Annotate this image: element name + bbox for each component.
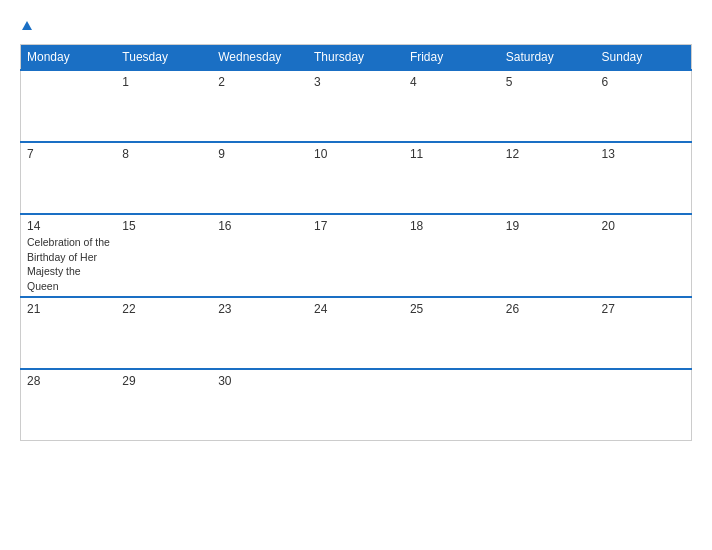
day-number: 28 <box>27 374 110 388</box>
weekday-header-wednesday: Wednesday <box>212 45 308 71</box>
weekday-header-tuesday: Tuesday <box>116 45 212 71</box>
calendar-cell: 4 <box>404 70 500 142</box>
calendar-cell: 18 <box>404 214 500 297</box>
calendar-cell <box>404 369 500 441</box>
calendar-cell: 17 <box>308 214 404 297</box>
event-label: Celebration of the Birthday of Her Majes… <box>27 236 110 292</box>
day-number: 19 <box>506 219 590 233</box>
calendar-cell: 14Celebration of the Birthday of Her Maj… <box>21 214 117 297</box>
day-number: 22 <box>122 302 206 316</box>
day-number: 3 <box>314 75 398 89</box>
calendar-page: MondayTuesdayWednesdayThursdayFridaySatu… <box>0 0 712 550</box>
calendar-cell: 7 <box>21 142 117 214</box>
calendar-cell <box>596 369 692 441</box>
calendar-cell: 11 <box>404 142 500 214</box>
header <box>20 18 692 34</box>
calendar-cell: 23 <box>212 297 308 369</box>
day-number: 14 <box>27 219 110 233</box>
week-row-5: 282930 <box>21 369 692 441</box>
day-number: 17 <box>314 219 398 233</box>
day-number: 29 <box>122 374 206 388</box>
calendar-cell: 27 <box>596 297 692 369</box>
weekday-header-friday: Friday <box>404 45 500 71</box>
calendar-cell: 28 <box>21 369 117 441</box>
day-number: 25 <box>410 302 494 316</box>
calendar-cell: 2 <box>212 70 308 142</box>
day-number: 2 <box>218 75 302 89</box>
day-number: 26 <box>506 302 590 316</box>
weekday-header-sunday: Sunday <box>596 45 692 71</box>
day-number: 18 <box>410 219 494 233</box>
day-number: 24 <box>314 302 398 316</box>
logo-triangle-icon <box>22 21 32 30</box>
day-number: 20 <box>602 219 685 233</box>
calendar-cell: 1 <box>116 70 212 142</box>
calendar-cell: 29 <box>116 369 212 441</box>
day-number: 11 <box>410 147 494 161</box>
weekday-header-monday: Monday <box>21 45 117 71</box>
logo-blue-text <box>20 18 32 34</box>
calendar-cell <box>21 70 117 142</box>
calendar-cell: 12 <box>500 142 596 214</box>
calendar-cell: 22 <box>116 297 212 369</box>
day-number: 27 <box>602 302 685 316</box>
day-number: 7 <box>27 147 110 161</box>
day-number: 5 <box>506 75 590 89</box>
calendar-cell: 25 <box>404 297 500 369</box>
week-row-3: 14Celebration of the Birthday of Her Maj… <box>21 214 692 297</box>
day-number: 8 <box>122 147 206 161</box>
day-number: 1 <box>122 75 206 89</box>
calendar-cell: 6 <box>596 70 692 142</box>
calendar-cell <box>308 369 404 441</box>
day-number: 12 <box>506 147 590 161</box>
calendar-cell: 15 <box>116 214 212 297</box>
day-number: 10 <box>314 147 398 161</box>
day-number: 30 <box>218 374 302 388</box>
calendar-cell <box>500 369 596 441</box>
week-row-2: 78910111213 <box>21 142 692 214</box>
calendar-cell: 19 <box>500 214 596 297</box>
weekday-header-saturday: Saturday <box>500 45 596 71</box>
day-number: 4 <box>410 75 494 89</box>
day-number: 15 <box>122 219 206 233</box>
calendar-cell: 10 <box>308 142 404 214</box>
day-number: 9 <box>218 147 302 161</box>
calendar-cell: 16 <box>212 214 308 297</box>
calendar-cell: 24 <box>308 297 404 369</box>
week-row-4: 21222324252627 <box>21 297 692 369</box>
logo <box>20 18 32 34</box>
day-number: 13 <box>602 147 685 161</box>
day-number: 21 <box>27 302 110 316</box>
calendar-table: MondayTuesdayWednesdayThursdayFridaySatu… <box>20 44 692 441</box>
weekday-header-thursday: Thursday <box>308 45 404 71</box>
day-number: 23 <box>218 302 302 316</box>
calendar-cell: 5 <box>500 70 596 142</box>
calendar-cell: 30 <box>212 369 308 441</box>
calendar-cell: 8 <box>116 142 212 214</box>
calendar-cell: 20 <box>596 214 692 297</box>
day-number: 6 <box>602 75 685 89</box>
calendar-cell: 3 <box>308 70 404 142</box>
day-number: 16 <box>218 219 302 233</box>
weekday-header-row: MondayTuesdayWednesdayThursdayFridaySatu… <box>21 45 692 71</box>
week-row-1: 123456 <box>21 70 692 142</box>
calendar-cell: 13 <box>596 142 692 214</box>
calendar-cell: 21 <box>21 297 117 369</box>
calendar-cell: 9 <box>212 142 308 214</box>
calendar-cell: 26 <box>500 297 596 369</box>
